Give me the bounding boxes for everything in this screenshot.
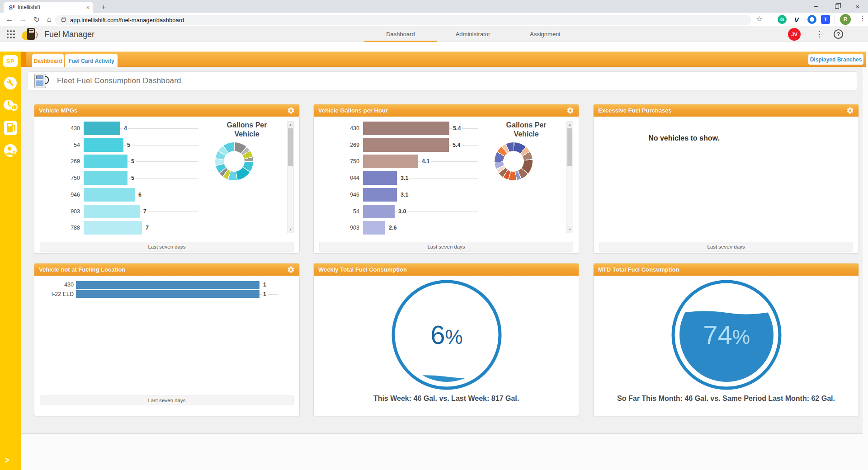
page-title-card: Fleet Fuel Consumption Dashboard <box>28 71 857 90</box>
home-icon[interactable]: ⌂ <box>44 15 54 24</box>
bar <box>76 290 259 298</box>
bar <box>363 138 449 152</box>
gallons-per-vehicle-donut <box>215 142 253 180</box>
bar <box>84 155 127 168</box>
bar-category-label: 54 <box>34 141 80 149</box>
browser-tab-title: Intellishift <box>18 4 86 10</box>
bar <box>84 122 120 135</box>
window-minimize-button[interactable] <box>806 0 826 13</box>
address-bar[interactable]: app.intellishift.com/fuel-manager/dashbo… <box>55 15 751 25</box>
nav-tab-dashboard[interactable]: Dashboard <box>364 26 437 42</box>
displayed-branches-button[interactable]: Displayed Branches <box>808 54 863 65</box>
browser-tabstrip: S Intellishift × + × <box>0 0 868 13</box>
bar-category-label: 54 <box>314 208 359 215</box>
bar-value-label: 3.1 <box>399 191 410 198</box>
gear-icon[interactable] <box>846 107 854 114</box>
panel-scrollbar[interactable]: ▲ ▼ <box>566 121 573 233</box>
browser-profile-avatar[interactable]: R <box>840 14 851 25</box>
subtab-accent-block <box>21 52 26 67</box>
bar-category-label: 946 <box>314 191 359 198</box>
weekly-caption: This Week: 46 Gal. vs. Last Week: 817 Ga… <box>314 395 579 403</box>
sidebar-item-maintenance[interactable] <box>3 75 18 91</box>
last-seven-days-button[interactable]: Last seven days <box>40 395 294 405</box>
subtab-fuel-card-activity[interactable]: Fuel Card Activity <box>65 54 118 67</box>
browser-menu-icon[interactable]: ⋮ <box>859 14 866 23</box>
panel-vehicle-not-at-fueling-location: Vehicle not at Fueling Location 4301I-22… <box>34 263 300 416</box>
nav-tab-administrator[interactable]: Administrator <box>437 26 509 42</box>
window-close-button[interactable]: × <box>847 0 868 13</box>
sidebar: SP <box>0 52 21 470</box>
url-text[interactable]: app.intellishift.com/fuel-manager/dashbo… <box>70 17 184 24</box>
not-at-location-bar-chart: 4301I-22 ELD1 <box>34 263 299 416</box>
bar-value-label: 4 <box>123 125 128 132</box>
back-icon[interactable]: ← <box>5 15 14 24</box>
sidebar-item-hours[interactable] <box>3 98 18 113</box>
bar-value-label: 5 <box>130 158 136 165</box>
mtd-fuel-gauge: 74% <box>667 275 786 395</box>
app-title: Fuel Manager <box>44 30 94 39</box>
bar <box>84 171 127 185</box>
sidebar-expand-chevron-icon[interactable]: > <box>5 455 9 465</box>
sidebar-item-fuel-manager-active[interactable] <box>3 120 18 136</box>
panel-title: MTD Total Fuel Consumption <box>598 266 854 273</box>
sidebar-item-sp[interactable]: SP <box>3 53 18 69</box>
help-icon[interactable]: ? <box>834 29 843 39</box>
circle-extension-icon[interactable] <box>807 15 816 24</box>
window-restore-button[interactable] <box>826 0 847 13</box>
no-vehicles-message: No vehicles to show. <box>612 134 756 142</box>
scrollbar-thumb[interactable] <box>288 128 293 166</box>
bar <box>363 155 418 168</box>
scrollbar-thumb[interactable] <box>567 128 572 166</box>
tab-close-icon[interactable]: × <box>86 4 90 11</box>
bar <box>363 122 449 135</box>
last-seven-days-button[interactable]: Last seven days <box>40 242 294 252</box>
reload-icon[interactable]: ↻ <box>32 15 42 24</box>
donut-title: Gallons PerVehicle <box>486 121 567 139</box>
screen: S Intellishift × + × ← → ↻ ⌂ app.intelli… <box>0 0 868 470</box>
forward-icon[interactable]: → <box>18 15 28 24</box>
panel-header: Excessive Fuel Purchases <box>594 104 859 117</box>
bar <box>84 138 123 152</box>
app-launcher-icon[interactable] <box>7 30 15 38</box>
last-seven-days-button[interactable]: Last seven days <box>599 242 853 252</box>
bar-category-label: 044 <box>314 174 359 182</box>
gallons-per-vehicle-donut <box>495 142 533 180</box>
nav-tab-assignment[interactable]: Assignment <box>509 26 581 42</box>
browser-tab[interactable]: S Intellishift × <box>4 2 93 13</box>
bar-value-label: 4.1 <box>420 158 431 165</box>
bar-category-label: 430 <box>34 125 80 132</box>
dashboard-content: Fleet Fuel Consumption Dashboard Vehicle… <box>21 67 863 434</box>
bar-category-label: I-22 ELD <box>34 291 74 298</box>
scroll-up-icon[interactable]: ▲ <box>567 122 573 128</box>
bar <box>84 205 140 218</box>
subtab-dashboard[interactable]: Dashboard <box>32 54 64 67</box>
tt-extension-icon[interactable]: T <box>821 15 830 24</box>
scroll-down-icon[interactable]: ▼ <box>288 226 293 233</box>
sp-logo-icon: SP <box>3 55 18 67</box>
user-avatar[interactable]: JV <box>788 28 801 41</box>
sidebar-item-users[interactable] <box>3 143 18 158</box>
bar-value-label: 3.1 <box>399 174 410 182</box>
v-extension-icon[interactable]: V <box>792 15 801 24</box>
fuel-pump-icon <box>4 121 17 135</box>
bar-category-label: 430 <box>34 281 74 288</box>
bookmark-star-icon[interactable]: ☆ <box>756 14 762 23</box>
header-menu-icon[interactable]: ⋮ <box>816 29 823 39</box>
bar-category-label: 946 <box>34 191 80 198</box>
scroll-up-icon[interactable]: ▲ <box>288 122 293 128</box>
panel-vehicle-mpgs: Vehicle MPGs 430454526957505946690377887… <box>34 104 300 254</box>
clock-chart-icon <box>3 99 18 112</box>
panel-title: Weekly Total Fuel Consumption <box>318 266 574 273</box>
scroll-down-icon[interactable]: ▼ <box>567 226 573 233</box>
bar <box>363 188 397 202</box>
panel-scrollbar[interactable]: ▲ ▼ <box>287 121 294 233</box>
wrench-icon <box>4 76 17 90</box>
bar-value-label: 3.0 <box>397 208 407 215</box>
grammarly-extension-icon[interactable]: G <box>778 15 787 24</box>
bar-value-label: 2.6 <box>387 224 398 231</box>
toolbar-separator <box>835 15 835 24</box>
new-tab-button[interactable]: + <box>99 2 108 12</box>
app-header: ) Fuel Manager Dashboard Administrator A… <box>0 26 868 42</box>
bar-value-label: 5 <box>130 174 136 182</box>
last-seven-days-button[interactable]: Last seven days <box>319 242 573 252</box>
